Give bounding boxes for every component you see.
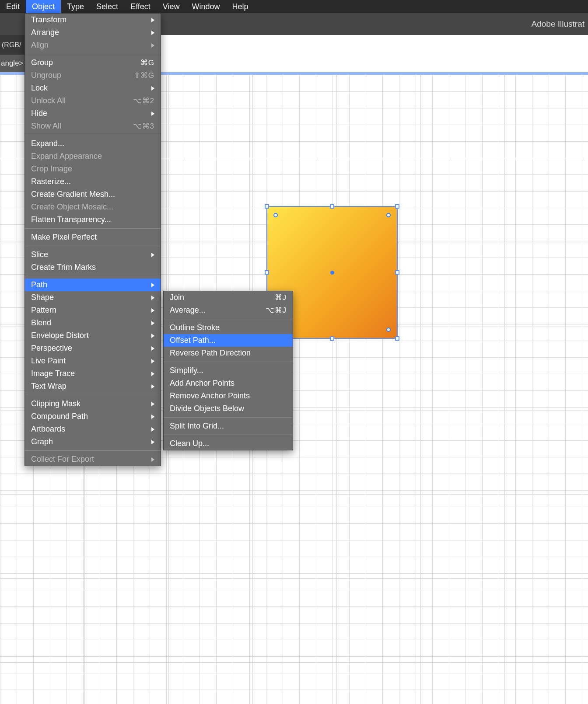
menu-item-image-trace[interactable]: Image Trace — [25, 367, 161, 380]
menu-item-align: Align — [25, 39, 161, 52]
anchor-point[interactable] — [386, 328, 391, 332]
menu-item-label: Group — [31, 58, 53, 67]
menu-item-graph[interactable]: Graph — [25, 436, 161, 448]
resize-handle[interactable] — [265, 204, 269, 209]
anchor-point[interactable] — [273, 213, 278, 217]
menu-item-unlock-all: Unlock All⌥⌘2 — [25, 94, 161, 107]
menu-item-offset-path[interactable]: Offset Path... — [164, 334, 293, 347]
menu-item-label: Create Gradient Mesh... — [31, 190, 115, 199]
menu-separator — [164, 319, 293, 319]
menu-item-live-paint[interactable]: Live Paint — [25, 355, 161, 367]
resize-handle[interactable] — [395, 336, 399, 341]
anchor-point[interactable] — [386, 213, 391, 217]
menu-item-artboards[interactable]: Artboards — [25, 423, 161, 436]
menu-item-collect-for-export: Collect For Export — [25, 453, 161, 466]
menu-object[interactable]: Object — [26, 0, 61, 13]
resize-handle[interactable] — [330, 204, 334, 209]
menu-item-clipping-mask[interactable]: Clipping Mask — [25, 397, 161, 410]
menu-select[interactable]: Select — [90, 0, 124, 13]
resize-handle[interactable] — [265, 270, 269, 275]
menu-item-label: Ungroup — [31, 71, 61, 80]
resize-handle[interactable] — [395, 270, 399, 275]
menu-effect[interactable]: Effect — [124, 0, 157, 13]
menu-item-group[interactable]: Group⌘G — [25, 56, 161, 69]
menu-item-add-anchor-points[interactable]: Add Anchor Points — [164, 377, 293, 390]
center-point[interactable] — [330, 271, 334, 275]
menu-item-reverse-path-direction[interactable]: Reverse Path Direction — [164, 347, 293, 359]
menu-item-envelope-distort[interactable]: Envelope Distort — [25, 329, 161, 342]
menu-item-expand[interactable]: Expand... — [25, 137, 161, 150]
menu-item-clean-up[interactable]: Clean Up... — [164, 437, 293, 450]
path-submenu[interactable]: Join⌘JAverage...⌥⌘JOutline StrokeOffset … — [163, 291, 293, 450]
menu-item-label: Envelope Distort — [31, 331, 89, 340]
menu-separator — [164, 435, 293, 435]
menu-item-label: Reverse Path Direction — [170, 349, 251, 358]
menu-item-transform[interactable]: Transform — [25, 14, 161, 26]
menu-item-slice[interactable]: Slice — [25, 248, 161, 261]
menu-item-arrange[interactable]: Arrange — [25, 26, 161, 39]
menu-item-create-trim-marks[interactable]: Create Trim Marks — [25, 261, 161, 274]
menu-item-shape[interactable]: Shape — [25, 291, 161, 304]
menu-separator — [25, 228, 161, 229]
menu-item-label: Add Anchor Points — [170, 379, 234, 388]
menu-separator — [25, 246, 161, 246]
menu-item-perspective[interactable]: Perspective — [25, 342, 161, 355]
menu-window[interactable]: Window — [186, 0, 226, 13]
menu-item-rasterize[interactable]: Rasterize... — [25, 175, 161, 188]
menu-separator — [164, 417, 293, 418]
menu-type[interactable]: Type — [61, 0, 90, 13]
submenu-arrow-icon — [151, 457, 154, 462]
submenu-arrow-icon — [151, 384, 154, 389]
menu-item-remove-anchor-points[interactable]: Remove Anchor Points — [164, 390, 293, 402]
menu-item-shortcut: ⇧⌘G — [134, 71, 154, 80]
menu-item-outline-stroke[interactable]: Outline Stroke — [164, 321, 293, 334]
menu-help[interactable]: Help — [226, 0, 255, 13]
menu-item-label: Blend — [31, 318, 51, 328]
menu-item-label: Average... — [170, 306, 206, 315]
submenu-arrow-icon — [151, 415, 154, 419]
menu-item-label: Show All — [31, 122, 61, 131]
menu-item-label: Graph — [31, 437, 53, 446]
resize-handle[interactable] — [330, 336, 334, 341]
menu-separator — [25, 276, 161, 276]
menu-item-compound-path[interactable]: Compound Path — [25, 410, 161, 423]
menu-item-show-all: Show All⌥⌘3 — [25, 120, 161, 132]
menu-item-expand-appearance: Expand Appearance — [25, 150, 161, 163]
submenu-arrow-icon — [151, 31, 154, 35]
menu-item-pattern[interactable]: Pattern — [25, 304, 161, 317]
menu-item-divide-objects-below[interactable]: Divide Objects Below — [164, 402, 293, 415]
menu-item-simplify[interactable]: Simplify... — [164, 364, 293, 377]
menu-item-label: Hide — [31, 109, 47, 118]
menubar[interactable]: EditObjectTypeSelectEffectViewWindowHelp — [0, 0, 588, 13]
submenu-arrow-icon — [151, 346, 154, 351]
menu-item-label: Unlock All — [31, 96, 66, 105]
menu-item-label: Create Object Mosaic... — [31, 202, 113, 212]
menu-item-path[interactable]: Path — [25, 279, 161, 291]
menu-item-label: Arrange — [31, 28, 59, 37]
menu-item-text-wrap[interactable]: Text Wrap — [25, 380, 161, 393]
menu-edit[interactable]: Edit — [0, 0, 26, 13]
menu-item-blend[interactable]: Blend — [25, 317, 161, 329]
menu-separator — [25, 135, 161, 135]
menu-item-lock[interactable]: Lock — [25, 82, 161, 94]
menu-item-create-object-mosaic: Create Object Mosaic... — [25, 201, 161, 213]
menu-separator — [25, 54, 161, 54]
menu-item-label: Collect For Export — [31, 455, 94, 464]
menu-item-flatten-transparency[interactable]: Flatten Transparency... — [25, 213, 161, 226]
menu-item-label: Lock — [31, 84, 48, 93]
menu-item-average[interactable]: Average...⌥⌘J — [164, 304, 293, 317]
object-menu[interactable]: TransformArrangeAlignGroup⌘GUngroup⇧⌘GLo… — [24, 13, 161, 466]
menu-item-label: Make Pixel Perfect — [31, 233, 97, 242]
menu-item-shortcut: ⌥⌘J — [266, 306, 287, 315]
menu-item-create-gradient-mesh[interactable]: Create Gradient Mesh... — [25, 188, 161, 201]
menu-item-shortcut: ⌘G — [140, 58, 154, 67]
menu-item-label: Pattern — [31, 306, 56, 315]
menu-view[interactable]: View — [157, 0, 186, 13]
submenu-arrow-icon — [151, 402, 154, 406]
resize-handle[interactable] — [395, 204, 399, 209]
menu-item-hide[interactable]: Hide — [25, 107, 161, 120]
menu-item-label: Divide Objects Below — [170, 404, 244, 413]
menu-item-split-into-grid[interactable]: Split Into Grid... — [164, 420, 293, 432]
menu-item-make-pixel-perfect[interactable]: Make Pixel Perfect — [25, 231, 161, 244]
menu-item-join[interactable]: Join⌘J — [164, 291, 293, 304]
